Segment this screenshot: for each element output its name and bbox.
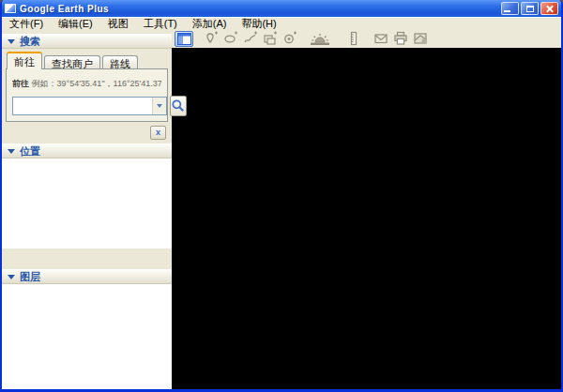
app-icon (5, 4, 16, 13)
search-panel-title: 搜索 (20, 35, 40, 49)
search-icon (171, 98, 186, 113)
maximize-button[interactable] (521, 2, 539, 15)
collapse-triangle-icon (8, 149, 15, 154)
window-controls (501, 2, 558, 15)
sunlight-button[interactable] (308, 31, 332, 47)
sunlight-icon (310, 32, 330, 46)
menu-view[interactable]: 视图 (100, 18, 136, 29)
close-icon (545, 5, 554, 13)
add-placemark-button[interactable] (202, 31, 221, 47)
ruler-button[interactable] (344, 31, 363, 47)
places-panel[interactable] (2, 158, 172, 249)
polygon-icon (223, 31, 238, 46)
search-input-wrap (12, 97, 167, 115)
add-path-button[interactable] (241, 31, 260, 47)
fly-to-example: 前往 例如：39°54'35.41"，116°25'41.37" (12, 78, 161, 90)
print-button[interactable] (391, 31, 410, 47)
window-title: Google Earth Plus (20, 4, 497, 14)
main-area (172, 29, 561, 389)
email-button[interactable] (372, 31, 390, 47)
menu-bar: 文件(F) 编辑(E) 视图 工具(T) 添加(A) 帮助(H) (2, 17, 561, 29)
record-tour-button[interactable] (281, 31, 299, 47)
fly-to-pane: 前往 例如：39°54'35.41"，116°25'41.37" (6, 68, 168, 122)
toolbar (172, 29, 561, 48)
search-button[interactable] (170, 96, 187, 116)
menu-tools[interactable]: 工具(T) (136, 18, 185, 29)
chevron-down-icon (157, 104, 162, 108)
print-icon (393, 31, 408, 46)
search-panel: 前往 查找商户 路线 前往 例如：39°54'35.41"，116°25'41.… (2, 49, 172, 143)
tab-directions[interactable]: 路线 (102, 55, 138, 69)
close-button[interactable] (540, 2, 558, 15)
application-window: Google Earth Plus 文件(F) 编辑(E) 视图 工具(T) 添… (0, 0, 563, 392)
search-tabs: 前往 查找商户 路线 (7, 52, 168, 69)
search-input-row (12, 96, 161, 116)
placemark-icon (204, 31, 219, 46)
minimize-icon (504, 10, 510, 12)
panel-splitter[interactable] (2, 249, 172, 269)
menu-add[interactable]: 添加(A) (185, 18, 235, 29)
search-history-dropdown[interactable] (152, 98, 166, 114)
record-tour-icon (282, 31, 297, 46)
places-panel-title: 位置 (20, 144, 40, 158)
layers-panel-title: 图层 (20, 270, 40, 284)
tab-find-businesses[interactable]: 查找商户 (44, 55, 100, 69)
view-in-google-maps-button[interactable] (411, 31, 430, 47)
places-panel-header[interactable]: 位置 (2, 143, 172, 158)
minimize-button[interactable] (501, 2, 519, 15)
search-panel-header[interactable]: 搜索 (2, 34, 172, 49)
clear-search-results-button[interactable]: x (150, 126, 166, 140)
collapse-triangle-icon (8, 275, 15, 279)
ruler-icon (346, 31, 361, 46)
menu-edit[interactable]: 编辑(E) (51, 18, 100, 29)
tab-fly-to[interactable]: 前往 (7, 52, 42, 69)
google-maps-icon (413, 31, 428, 46)
search-clear-row: x (6, 122, 168, 140)
collapse-triangle-icon (8, 39, 15, 44)
earth-viewport[interactable] (172, 48, 561, 389)
sidebar-icon (177, 33, 191, 45)
image-overlay-icon (263, 31, 278, 46)
add-polygon-button[interactable] (221, 31, 240, 47)
toggle-sidebar-button[interactable] (175, 31, 193, 47)
search-input[interactable] (13, 98, 152, 114)
title-bar: Google Earth Plus (2, 0, 561, 17)
menu-help[interactable]: 帮助(H) (234, 18, 283, 29)
layers-panel[interactable] (2, 284, 172, 389)
menu-file[interactable]: 文件(F) (2, 18, 51, 29)
maximize-icon (526, 6, 534, 12)
email-icon (373, 31, 388, 46)
layers-panel-header[interactable]: 图层 (2, 269, 172, 284)
path-icon (243, 31, 258, 46)
fly-to-example-text: 例如：39°54'35.41"，116°25'41.37" (32, 79, 161, 88)
fly-to-example-prefix: 前往 (12, 79, 29, 88)
add-image-overlay-button[interactable] (261, 31, 280, 47)
sidebar: 搜索 前往 查找商户 路线 前往 例如：39°54'35.41"，116°25'… (2, 29, 172, 389)
